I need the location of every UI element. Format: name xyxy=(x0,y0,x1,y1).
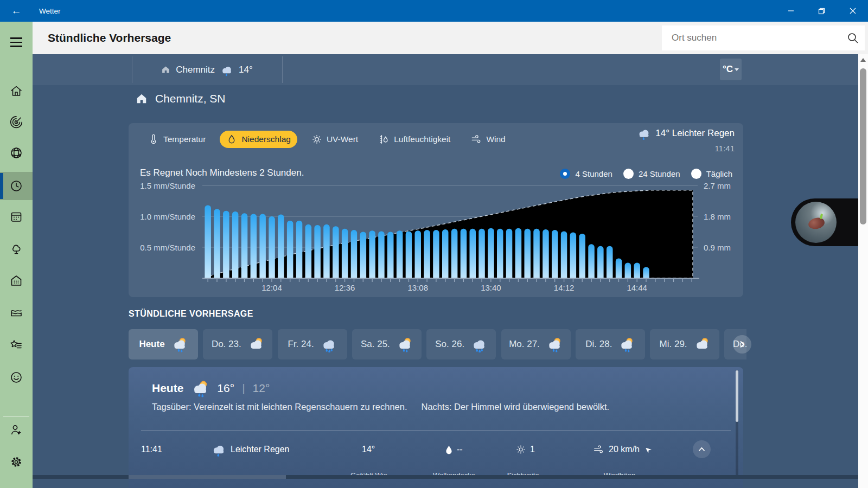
precip-bar xyxy=(579,234,586,282)
sidebar-item-settings[interactable] xyxy=(0,448,33,476)
radar-icon xyxy=(9,115,23,129)
metric-tab-temperatur[interactable]: Temperatur xyxy=(142,131,212,148)
precip-bar xyxy=(251,214,257,282)
svg-text:14:12: 14:12 xyxy=(554,283,575,292)
sidebar-item-historical-weather[interactable] xyxy=(0,299,33,327)
precip-bar xyxy=(597,246,604,282)
sidebar-item-globe-maps[interactable] xyxy=(0,139,33,167)
precip-bar xyxy=(314,225,321,282)
day-card-mi-29[interactable]: Mi. 29. xyxy=(650,329,719,359)
app-title: Wetter xyxy=(39,0,61,22)
precip-bar xyxy=(424,230,430,282)
precip-bar xyxy=(223,211,229,282)
scrollbar-up-arrow[interactable] xyxy=(858,54,868,65)
panel-scrollbar-thumb[interactable] xyxy=(736,370,738,422)
precip-bar xyxy=(278,215,284,282)
night-summary: Nachts: Der Himmel wird überwiegend bewö… xyxy=(422,402,610,412)
minimize-button[interactable] xyxy=(775,0,806,22)
sidebar-item-pollen[interactable] xyxy=(0,235,33,263)
sun-icon xyxy=(311,134,322,145)
hourly-detail-row[interactable]: 11:41 Leichter Regen 14° -- 1 20 km/h xyxy=(129,439,743,460)
metric-tab-uv-wert[interactable]: UV-Wert xyxy=(305,131,365,148)
search-input[interactable] xyxy=(662,25,841,50)
precip-bar xyxy=(259,214,266,282)
day-card-heute[interactable]: Heute xyxy=(129,329,198,359)
precip-bar xyxy=(525,229,531,282)
page-title: Stündliche Vorhersage xyxy=(48,22,171,54)
precip-bar xyxy=(241,213,248,282)
left-axis-label: 1.0 mm/Stunde xyxy=(140,212,195,221)
weather-app-window: ← Wetter Stündliche Vorhersage Chemnitz … xyxy=(0,0,868,488)
vertical-scrollbar[interactable] xyxy=(858,54,868,488)
panel-scrollbar[interactable] xyxy=(736,370,738,476)
today-title: Heute xyxy=(152,382,183,395)
search-icon[interactable] xyxy=(841,26,865,50)
chevron-down-icon xyxy=(735,68,739,71)
day-card-di-28[interactable]: Di. 28. xyxy=(576,329,645,359)
precip-bar xyxy=(533,229,540,282)
range-option-4-stunden[interactable]: 4 Stunden xyxy=(560,169,612,179)
day-card-mo-27[interactable]: Mo. 27. xyxy=(501,329,571,359)
globe-icon xyxy=(9,146,23,160)
chevron-up-icon xyxy=(698,447,705,452)
current-time: 11:41 xyxy=(637,144,735,153)
precip-bar xyxy=(561,231,567,282)
chart-headline: Es Regnet Noch Mindestens 2 Stunden. xyxy=(140,168,304,178)
clock-icon xyxy=(9,179,23,193)
metric-tab-niederschlag[interactable]: Niederschlag xyxy=(220,131,297,148)
house-dots-icon xyxy=(9,274,23,288)
precip-bar xyxy=(333,226,339,282)
sidebar-item-air-quality[interactable] xyxy=(0,267,33,295)
day-card-so-26[interactable]: So. 26. xyxy=(426,329,496,359)
vertical-scrollbar-thumb[interactable] xyxy=(860,68,866,224)
hour-condition: Leichter Regen xyxy=(231,445,290,454)
metric-tab-luftfeuchtigkeit[interactable]: Luftfeuchtigkeit xyxy=(372,131,457,148)
sidebar-item-home[interactable] xyxy=(0,77,33,105)
close-button[interactable] xyxy=(837,0,868,22)
search-box[interactable] xyxy=(662,25,865,50)
location-tab-temp: 14° xyxy=(239,65,253,75)
restore-button[interactable] xyxy=(806,0,837,22)
horizontal-scrollbar[interactable] xyxy=(33,475,858,479)
person-add-icon xyxy=(9,423,23,437)
day-card-do-23[interactable]: Do. 23. xyxy=(203,329,272,359)
sidebar-item-favorites[interactable] xyxy=(0,331,33,359)
sidebar-item-radar-maps[interactable] xyxy=(0,108,33,136)
range-option-täglich[interactable]: Täglich xyxy=(691,169,732,179)
floating-bean-widget[interactable] xyxy=(791,198,858,246)
precip-bar xyxy=(588,244,595,282)
next-days-button[interactable] xyxy=(733,335,751,354)
day-card-fr-24[interactable]: Fr. 24. xyxy=(278,329,347,359)
back-button[interactable]: ← xyxy=(4,0,28,22)
metric-tab-wind[interactable]: Wind xyxy=(464,131,512,148)
range-option-24-stunden[interactable]: 24 Stunden xyxy=(623,169,680,179)
wind-icon xyxy=(471,134,482,145)
hour-temp: 14° xyxy=(362,439,375,460)
sidebar-item-feedback[interactable] xyxy=(0,363,33,391)
precip-bar xyxy=(305,224,312,282)
metric-tab-bar: TemperaturNiederschlagUV-WertLuftfeuchti… xyxy=(142,130,512,149)
sidebar-item-sign-in[interactable] xyxy=(0,416,33,444)
day-card-sa-25[interactable]: Sa. 25. xyxy=(352,329,422,359)
humidity-icon xyxy=(379,134,390,145)
sidebar-item-hourly-forecast[interactable] xyxy=(0,172,33,200)
sidebar-item-monthly-forecast[interactable] xyxy=(0,203,33,231)
precip-bar xyxy=(542,229,549,282)
right-axis-label: 1.8 mm xyxy=(704,212,731,221)
collapse-button[interactable] xyxy=(693,440,711,458)
horizontal-scrollbar-thumb[interactable] xyxy=(129,475,286,479)
back-arrow-icon: ← xyxy=(11,5,22,17)
precip-bar xyxy=(515,228,522,282)
location-heading: Chemnitz, SN xyxy=(136,92,226,105)
svg-text:12:04: 12:04 xyxy=(261,283,282,292)
unit-selector-button[interactable]: °C xyxy=(720,59,742,80)
page-header: Stündliche Vorhersage xyxy=(33,22,868,54)
partly-icon xyxy=(248,336,264,352)
menu-toggle-button[interactable] xyxy=(0,30,33,54)
right-axis-label: 2.7 mm xyxy=(704,181,731,190)
left-axis-label: 0.5 mm/Stunde xyxy=(140,243,195,252)
hour-time: 11:41 xyxy=(141,439,162,460)
range-selector: 4 Stunden24 StundenTäglich xyxy=(560,169,732,179)
wind-direction-arrow-icon xyxy=(642,444,654,455)
location-tab-chemnitz[interactable]: Chemnitz 14° xyxy=(132,54,282,85)
